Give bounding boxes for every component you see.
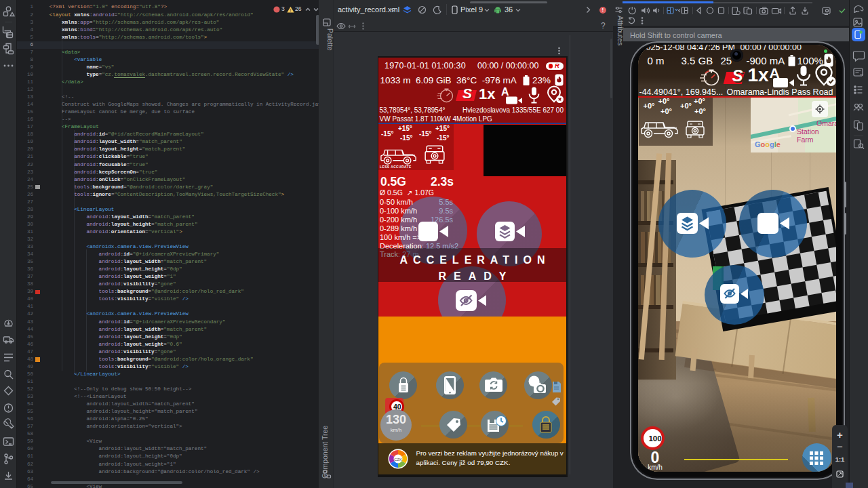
svg-text:CZK: CZK	[394, 457, 402, 461]
svg-text:!: !	[290, 7, 292, 12]
